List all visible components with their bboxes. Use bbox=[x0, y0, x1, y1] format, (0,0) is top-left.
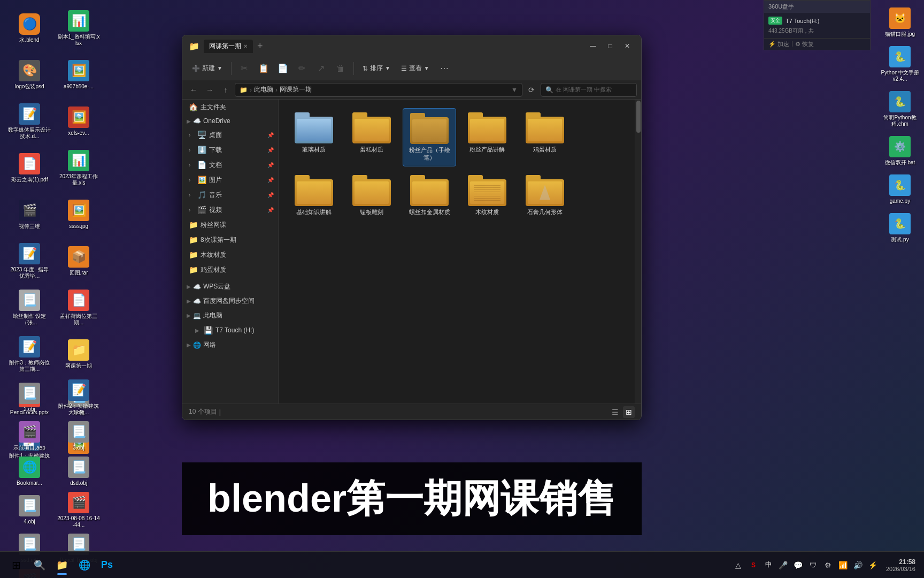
folder-glass-material[interactable]: 玻璃材质 bbox=[287, 108, 341, 166]
desktop-icon-ssss[interactable]: 🖼️ ssss.jpg bbox=[55, 192, 103, 237]
desktop-icon-bmark[interactable]: 🌐 Bookmar... bbox=[5, 454, 53, 489]
search-box[interactable]: 🔍 在 网课第一期 中搜索 bbox=[541, 83, 637, 97]
panel-360-action2[interactable]: ♻ 恢复 bbox=[795, 40, 814, 48]
sidebar-item-docs[interactable]: › 📄 文档 📌 bbox=[182, 157, 278, 172]
desktop-icon-simple-py[interactable]: 🐍 简明Python教程.chm bbox=[879, 89, 921, 130]
sort-btn[interactable]: ⇅ 排序 ▼ bbox=[358, 62, 395, 75]
desktop-icon-img1[interactable]: 🖼️ a907b50e-... bbox=[55, 52, 103, 97]
tray-power[interactable]: ⚡ bbox=[867, 559, 880, 572]
tray-settings2[interactable]: ⚙ bbox=[822, 559, 835, 572]
desktop-icon-excel1[interactable]: 📊 副本1_资料填写.xlsx bbox=[55, 5, 103, 51]
desktop-icon-game-py[interactable]: 🐍 game.py bbox=[879, 172, 921, 207]
folder-manganese-carving[interactable]: 锰板雕刻 bbox=[345, 171, 398, 220]
tab-close-btn[interactable]: ✕ bbox=[243, 43, 248, 49]
sidebar-item-download[interactable]: › ⬇️ 下载 📌 bbox=[182, 142, 278, 157]
sidebar-item-8lessons[interactable]: 📁 8次课第一期 bbox=[182, 232, 278, 247]
clock[interactable]: 21:58 2026/03/16 bbox=[883, 558, 919, 572]
desktop-icon-ae1[interactable]: 🎬 示范项目.aep bbox=[5, 419, 53, 453]
folder-plaster-geometry[interactable]: 石膏几何形体 bbox=[518, 171, 572, 220]
desktop-icon-dsd1[interactable]: 📃 dsd.obj bbox=[55, 454, 103, 489]
taskbar-fileexplorer[interactable]: 📁 bbox=[51, 554, 73, 576]
tray-chat[interactable]: 💬 bbox=[792, 559, 805, 572]
sidebar-item-music[interactable]: › 🎵 音乐 📌 bbox=[182, 187, 278, 202]
view-btn[interactable]: ☰ 查看 ▼ bbox=[397, 62, 434, 75]
desktop-icon-rar1[interactable]: 📦 回图.rar bbox=[55, 238, 103, 284]
paste-btn[interactable]: 📄 bbox=[274, 60, 291, 77]
desktop-icon-xlsx1[interactable]: 📊 2023年课程工作量.xls bbox=[55, 145, 103, 191]
desktop-icon-blender[interactable]: 🔵 水.blend bbox=[5, 5, 53, 51]
taskbar-browser[interactable]: 🌐 bbox=[74, 554, 95, 576]
maximize-btn[interactable]: □ bbox=[603, 41, 618, 51]
desktop-icon-pdf1[interactable]: 📄 彩云之南(1).pdf bbox=[5, 145, 53, 191]
close-btn[interactable]: ✕ bbox=[620, 41, 635, 51]
desktop-icon-pdf2[interactable]: 📄 孟祥荷岗位第三期... bbox=[55, 285, 103, 330]
tray-sogou[interactable]: S bbox=[747, 559, 760, 572]
desktop-icon-logo[interactable]: 🎨 logo包装psd bbox=[5, 52, 53, 97]
panel-360-action1[interactable]: ⚡ 加速 bbox=[768, 40, 789, 48]
folder-fans-product-pen[interactable]: 粉丝产品（手绘笔） bbox=[403, 108, 456, 166]
new-btn[interactable]: ➕ 新建 ▼ bbox=[188, 62, 227, 75]
up-btn[interactable]: ↑ bbox=[219, 83, 233, 97]
sidebar-item-home[interactable]: 🏠 主文件夹 bbox=[182, 100, 278, 115]
sidebar-item-pictures[interactable]: › 🖼️ 图片 📌 bbox=[182, 172, 278, 187]
folder-fans-product-explain[interactable]: 粉丝产品讲解 bbox=[460, 108, 514, 166]
desktop-icon-wechat-bat[interactable]: ⚙️ 微信双开.bat bbox=[879, 134, 921, 168]
tray-expand[interactable]: △ bbox=[732, 559, 745, 572]
cut-btn[interactable]: ✂ bbox=[236, 60, 253, 77]
forward-btn[interactable]: → bbox=[203, 83, 217, 97]
desktop-icon-test-py[interactable]: 🐍 测试.py bbox=[879, 211, 921, 245]
scrollbar-thumb[interactable] bbox=[636, 101, 641, 133]
tray-volume[interactable]: 🔊 bbox=[852, 559, 865, 572]
rename-btn[interactable]: ✏ bbox=[294, 60, 311, 77]
sidebar-item-video[interactable]: › 🎬 视频 📌 bbox=[182, 202, 278, 217]
refresh-btn[interactable]: ⟳ bbox=[525, 83, 538, 97]
desktop-icon-word1[interactable]: 📝 数字媒体展示设计技术.d... bbox=[5, 98, 53, 144]
scrollbar[interactable] bbox=[635, 100, 641, 404]
desktop-icon-obj2[interactable]: 📃 2.obj bbox=[5, 377, 53, 418]
grid-view-btn[interactable]: ⊞ bbox=[623, 406, 635, 418]
desktop-icon-txt1[interactable]: 📃 蛤丝制作 设定（张... bbox=[5, 285, 53, 330]
tab-add-btn[interactable]: + bbox=[255, 41, 265, 52]
desktop-icon-obj4[interactable]: 📃 4.obj bbox=[5, 490, 53, 530]
desktop-icon-img2[interactable]: 🖼️ xels-ev... bbox=[55, 98, 103, 144]
tab-wangke[interactable]: 网课第一期 ✕ bbox=[204, 40, 253, 53]
tray-ime[interactable]: 中 bbox=[762, 559, 775, 572]
desktop-icon-doc5[interactable]: 📝 附件2：安徽建筑大学教... bbox=[55, 377, 103, 418]
more-btn[interactable]: ⋯ bbox=[436, 60, 453, 77]
tray-network[interactable]: 📶 bbox=[837, 559, 850, 572]
desktop-icon-3d1[interactable]: 🎬 视传三维 bbox=[5, 192, 53, 237]
sidebar-item-egg[interactable]: 📁 鸡蛋材质 bbox=[182, 262, 278, 277]
sidebar-item-wood[interactable]: 📁 木纹材质 bbox=[182, 247, 278, 262]
sidebar-section-computer[interactable]: ▶ 💻 此电脑 bbox=[182, 308, 278, 323]
start-button[interactable]: ⊞ bbox=[5, 554, 27, 576]
desktop-icon-doc2[interactable]: 📝 2023 年度--指导优秀毕... bbox=[5, 238, 53, 284]
desktop-icon-cat[interactable]: 🐱 猫猫口服.jpg bbox=[879, 5, 921, 40]
sidebar-item-desktop[interactable]: › 🖥️ 桌面 📌 bbox=[182, 127, 278, 142]
sidebar-item-fansike[interactable]: 📁 粉丝网课 bbox=[182, 217, 278, 232]
desktop-icon-obj3[interactable]: 📃 3.obj bbox=[55, 419, 103, 453]
copy-btn[interactable]: 📋 bbox=[255, 60, 272, 77]
tray-mic[interactable]: 🎤 bbox=[777, 559, 790, 572]
sidebar-item-t7touch[interactable]: ▶ 💾 T7 Touch (H:) bbox=[182, 323, 278, 338]
minimize-btn[interactable]: — bbox=[586, 41, 600, 51]
taskbar-search[interactable]: 🔍 bbox=[29, 554, 50, 576]
folder-screw-metal[interactable]: 螺丝扣金属材质 bbox=[403, 171, 456, 220]
folder-cake-material[interactable]: 蛋糕材质 bbox=[345, 108, 398, 166]
sidebar-section-baidu[interactable]: ▶ ☁️ 百度网盘同步空间 bbox=[182, 294, 278, 308]
sidebar-section-network[interactable]: ▶ 🌐 网络 bbox=[182, 338, 278, 352]
folder-egg-material[interactable]: 鸡蛋材质 bbox=[518, 108, 572, 166]
list-view-btn[interactable]: ☰ bbox=[609, 406, 621, 418]
taskbar-photoshop[interactable]: Ps bbox=[96, 554, 118, 576]
path-dropdown-icon[interactable]: ▼ bbox=[511, 86, 518, 94]
folder-wood-material2[interactable]: 木纹材质 bbox=[460, 171, 514, 220]
share-btn[interactable]: ↗ bbox=[313, 60, 330, 77]
desktop-icon-folder1[interactable]: 📁 网课第一期 bbox=[55, 331, 103, 377]
desktop-icon-doc3[interactable]: 📝 附件3：教师岗位第三期... bbox=[5, 331, 53, 377]
sidebar-section-onedrive[interactable]: ▶ ☁️ OneDrive bbox=[182, 115, 278, 127]
delete-btn[interactable]: 🗑 bbox=[332, 60, 349, 77]
back-btn[interactable]: ← bbox=[187, 83, 201, 97]
folder-basic-knowledge[interactable]: 基础知识讲解 bbox=[287, 171, 341, 220]
sidebar-section-wps[interactable]: ▶ ☁️ WPS云盘 bbox=[182, 279, 278, 294]
address-path[interactable]: 📁 › 此电脑 › 网课第一期 ▼ bbox=[235, 83, 522, 97]
desktop-icon-py-book[interactable]: 🐍 Python中文手册v2.4... bbox=[879, 44, 921, 85]
